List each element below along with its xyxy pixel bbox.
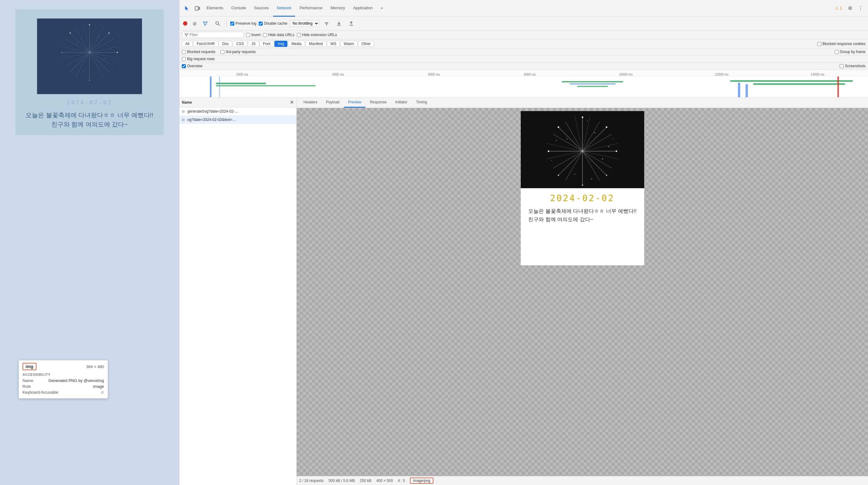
request-name-2: og?date=2024-02-02&text=... <box>187 118 294 122</box>
preserve-log-checkbox-label[interactable]: Preserve log <box>230 21 256 26</box>
tab-more[interactable]: » <box>377 0 386 17</box>
filter-input[interactable] <box>189 33 241 37</box>
blocked-response-cookies-checkbox[interactable] <box>817 42 822 46</box>
svg-point-81 <box>558 174 559 176</box>
filter-btn-ws[interactable]: WS <box>327 41 340 47</box>
filter-icon <box>203 21 208 26</box>
preserve-log-checkbox[interactable] <box>230 22 234 26</box>
record-stop-btn[interactable] <box>182 20 189 27</box>
request-row-1[interactable]: ▤ generateSvg?date=2024-02-... <box>179 107 296 116</box>
svg-point-93 <box>587 120 587 121</box>
filter-btn-doc[interactable]: Doc <box>219 41 232 47</box>
big-request-rows-checkbox[interactable] <box>182 57 186 61</box>
svg-rect-41 <box>210 76 212 97</box>
requests-header-name: Name <box>182 100 192 105</box>
third-party-requests-label[interactable]: 3rd-party requests <box>220 50 256 54</box>
tooltip-size: 384 × 480 <box>86 364 104 369</box>
request-row-2[interactable]: ▤ og?date=2024-02-02&text=... <box>179 116 296 124</box>
screenshots-checkbox[interactable] <box>840 64 844 68</box>
detail-tab-initiator[interactable]: Initiator <box>391 97 411 108</box>
tab-console[interactable]: Console <box>227 0 250 17</box>
third-party-requests-checkbox[interactable] <box>220 50 224 54</box>
export-btn[interactable] <box>346 19 356 28</box>
warning-count: ⚠ 1 <box>835 6 842 10</box>
overview-checkbox-label[interactable]: Overview <box>182 64 203 68</box>
devtools-tabs-bar: Elements Console Sources Network Perform… <box>179 0 868 17</box>
tooltip-name-value: Generated PNG by @vercel/og <box>49 378 104 383</box>
blocked-requests-label[interactable]: Blocked requests <box>182 50 215 54</box>
more-options-btn[interactable]: ⋮ <box>856 3 866 13</box>
tab-elements[interactable]: Elements <box>203 0 227 17</box>
group-by-frame-label[interactable]: Group by frame <box>835 50 866 54</box>
detail-tab-response[interactable]: Response <box>366 97 391 108</box>
settings-btn[interactable]: ⚙ <box>845 3 855 13</box>
svg-rect-51 <box>753 83 845 85</box>
wifi-icon-btn[interactable] <box>322 19 332 28</box>
tab-performance[interactable]: Performance <box>296 0 326 17</box>
devtools-panel: Elements Console Sources Network Perform… <box>179 0 868 485</box>
device-toggle-btn[interactable] <box>192 3 202 13</box>
screenshots-checkbox-label[interactable]: Screenshots <box>840 64 866 68</box>
group-by-frame-checkbox[interactable] <box>835 50 839 54</box>
tab-network[interactable]: Network <box>273 0 296 17</box>
network-main-panel: Name ✕ ▤ generateSvg?date=2024-02-... ▤ … <box>179 97 868 485</box>
big-request-rows-label[interactable]: Big request rows <box>182 57 215 61</box>
detail-tab-preview[interactable]: Preview <box>344 97 366 108</box>
status-mime-type: image/png <box>410 478 433 484</box>
card-date: 2024-02-02 <box>22 99 157 105</box>
status-requests: 2 / 18 requests <box>299 479 323 483</box>
invert-checkbox[interactable] <box>246 33 250 37</box>
filter-btn-all[interactable]: All <box>182 41 193 47</box>
throttle-select[interactable]: No throttling <box>290 20 319 27</box>
clear-btn[interactable]: ⊘ <box>191 20 198 27</box>
disable-cache-checkbox-label[interactable]: Disable cache <box>259 21 287 26</box>
filter-btn-wasm[interactable]: Wasm <box>340 41 358 47</box>
tab-sources[interactable]: Sources <box>250 0 273 17</box>
hide-extension-urls-checkbox[interactable] <box>297 33 301 37</box>
tooltip-role-value: image <box>93 384 104 389</box>
blocked-requests-checkbox[interactable] <box>182 50 186 54</box>
preview-og-image <box>521 111 644 188</box>
filter-btn-css[interactable]: CSS <box>233 41 247 47</box>
tab-memory[interactable]: Memory <box>327 0 349 17</box>
filter-icon-btn[interactable] <box>200 19 210 28</box>
filter-btn-manifest[interactable]: Manifest <box>306 41 326 47</box>
status-ratio: 4 : 5 <box>398 479 405 483</box>
filter-btn-media[interactable]: Media <box>288 41 305 47</box>
filter-btn-other[interactable]: Other <box>358 41 374 47</box>
svg-point-88 <box>608 146 609 147</box>
timeline-container: 2000 ms 4000 ms 6000 ms 8000 ms 10000 ms… <box>179 70 868 97</box>
filter-btn-img[interactable]: Img <box>274 41 287 47</box>
disable-cache-checkbox[interactable] <box>259 22 263 26</box>
detail-tab-payload[interactable]: Payload <box>322 97 344 108</box>
hide-data-urls-checkbox-label[interactable]: Hide data URLs <box>263 33 294 37</box>
network-toolbar: ⊘ Preserve log Disable cache <box>179 17 868 31</box>
group-by-frame-text: Group by frame <box>840 50 866 54</box>
filter-funnel-icon <box>185 33 188 37</box>
overview-row: Big request rows <box>179 56 868 63</box>
overview-checkbox[interactable] <box>182 64 186 68</box>
detail-tab-timing[interactable]: Timing <box>412 97 432 108</box>
tooltip-role-row: Role image <box>23 384 104 389</box>
hide-data-urls-checkbox[interactable] <box>263 33 267 37</box>
tick-14000ms: 14000 ms <box>770 73 866 76</box>
svg-rect-46 <box>569 83 616 85</box>
svg-rect-52 <box>837 76 839 97</box>
status-dimensions: 400 × 500 <box>376 479 393 483</box>
svg-rect-44 <box>219 76 220 97</box>
tab-application[interactable]: Application <box>349 0 377 17</box>
invert-checkbox-label[interactable]: Invert <box>246 33 260 37</box>
filter-btn-fetch-xhr[interactable]: Fetch/XHR <box>193 41 218 47</box>
detail-tab-headers[interactable]: Headers <box>299 97 322 108</box>
tooltip-section-title: ACCESSIBILITY <box>23 373 104 377</box>
search-btn[interactable] <box>213 19 222 28</box>
blocked-response-cookies-label[interactable]: Blocked response cookies <box>817 42 866 46</box>
import-btn[interactable] <box>334 19 344 28</box>
filter-btn-font[interactable]: Font <box>259 41 274 47</box>
hide-extension-urls-checkbox-label[interactable]: Hide extension URLs <box>297 33 337 37</box>
cursor-icon-btn[interactable] <box>182 3 192 13</box>
svg-rect-48 <box>730 80 853 82</box>
tooltip-keyboard-icon: ⊘ <box>101 390 104 395</box>
filter-btn-js[interactable]: JS <box>248 41 259 47</box>
close-detail-btn[interactable]: ✕ <box>290 99 294 105</box>
